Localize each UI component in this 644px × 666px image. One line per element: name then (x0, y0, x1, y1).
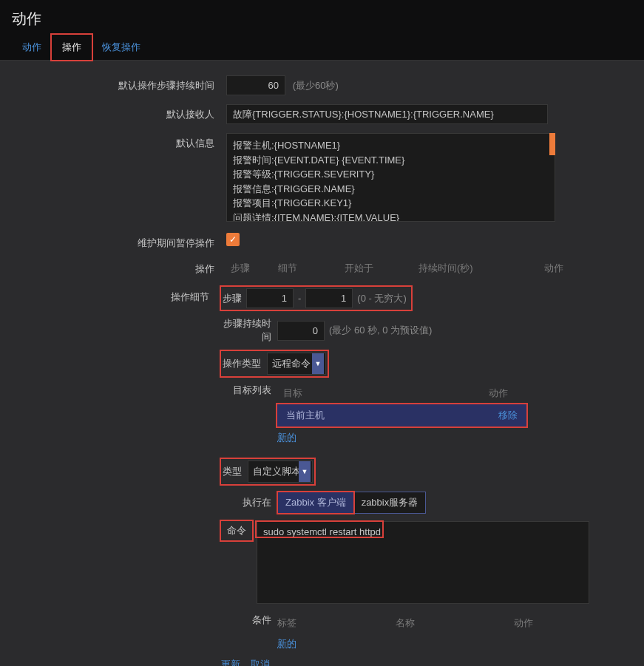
target-item-name: 当前主机 (286, 409, 325, 422)
optype-label: 操作类型 (223, 357, 267, 370)
form-area: 默认操作步骤持续时间 (最少60秒) 默认接收人 默认信息 维护期间暂停操作 ✓… (0, 61, 644, 666)
cond-label: 条件 (221, 614, 277, 627)
target-label: 目标列表 (221, 384, 277, 397)
cmd-textarea[interactable] (257, 521, 589, 604)
step-to-input[interactable] (305, 288, 353, 308)
duration-input[interactable] (277, 321, 325, 341)
tabs: 动作 操作 恢复操作 (0, 35, 644, 61)
message-textarea[interactable] (226, 133, 555, 222)
chevron-down-icon: ▼ (299, 461, 311, 482)
ops-header-start: 开始于 (345, 262, 418, 275)
tab-action[interactable]: 动作 (12, 35, 52, 60)
ops-header-action: 动作 (544, 262, 618, 275)
tab-operations[interactable]: 操作 (52, 35, 92, 60)
step-duration-input[interactable] (226, 75, 285, 95)
tab-recovery[interactable]: 恢复操作 (92, 35, 151, 60)
step-dash: - (298, 293, 301, 304)
optype-value: 远程命令 (272, 358, 311, 369)
cond-new-link[interactable]: 新的 (277, 637, 296, 650)
duration-hint: (最少 60 秒, 0 为预设值) (329, 324, 432, 337)
exec-label: 执行在 (221, 496, 277, 509)
cmd-label: 命令 (221, 521, 252, 540)
scrollbar-thumb[interactable] (549, 133, 555, 155)
step-hint: (0 - 无穷大) (357, 292, 406, 305)
target-header-action: 动作 (489, 387, 508, 400)
target-header: 目标 动作 (277, 384, 526, 403)
target-header-target: 目标 (277, 387, 489, 400)
recipient-input[interactable] (226, 104, 548, 124)
type-select[interactable]: 自定义脚本 ▼ (248, 461, 313, 483)
exec-zabbix-server-button[interactable]: zabbix服务器 (353, 492, 426, 513)
step-from-input[interactable] (246, 288, 294, 308)
page-title: 动作 (0, 0, 644, 35)
step-duration-label: 默认操作步骤持续时间 (12, 75, 226, 92)
cond-header-name: 名称 (396, 616, 514, 630)
target-item: 当前主机 移除 (277, 404, 526, 427)
target-new-link[interactable]: 新的 (277, 431, 296, 444)
details-label: 操作细节 (12, 287, 221, 304)
message-label: 默认信息 (12, 133, 226, 150)
type-value: 自定义脚本 (253, 466, 301, 477)
target-remove-link[interactable]: 移除 (498, 409, 518, 422)
cond-header-tag: 标签 (277, 616, 396, 630)
chevron-down-icon: ▼ (312, 353, 324, 374)
step-duration-hint: (最少60秒) (293, 80, 339, 91)
ops-header-step: 步骤 (226, 262, 278, 275)
optype-select[interactable]: 远程命令 ▼ (267, 353, 326, 375)
operations-label: 操作 (12, 259, 226, 276)
detail-cancel-link[interactable]: 取消 (251, 659, 270, 666)
recipient-label: 默认接收人 (12, 104, 226, 121)
steps-label: 步骤 (223, 292, 246, 305)
type-label: 类型 (223, 465, 248, 478)
detail-update-link[interactable]: 更新 (221, 659, 240, 666)
ops-table-header: 步骤 细节 开始于 持续时间(秒) 动作 (226, 259, 632, 278)
cond-header-action: 动作 (514, 616, 632, 630)
pause-label: 维护期间暂停操作 (12, 233, 226, 250)
duration-label: 步骤持续时间 (221, 317, 277, 344)
cond-header: 标签 名称 动作 (277, 614, 632, 633)
ops-header-detail: 细节 (278, 262, 345, 275)
exec-button-group: Zabbix 客户端 zabbix服务器 (277, 492, 426, 514)
ops-header-duration: 持续时间(秒) (418, 262, 544, 275)
exec-zabbix-agent-button[interactable]: Zabbix 客户端 (278, 492, 353, 513)
pause-checkbox[interactable]: ✓ (226, 233, 240, 246)
